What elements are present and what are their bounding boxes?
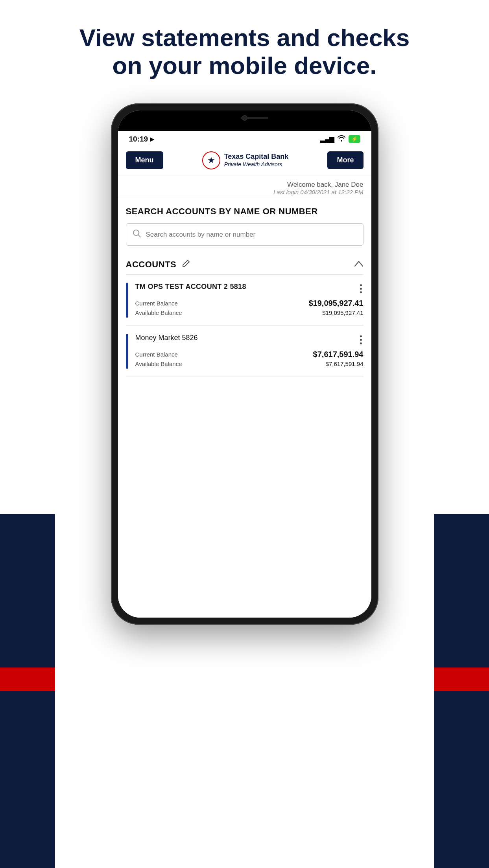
- app-content: Menu ★ Texas Capital Bank Private Wealth…: [118, 146, 371, 618]
- bg-left-panel: [0, 514, 55, 868]
- nav-bar: Menu ★ Texas Capital Bank Private Wealth…: [118, 146, 371, 175]
- bank-sub-name: Private Wealth Advisors: [224, 161, 289, 168]
- search-input[interactable]: [146, 231, 357, 239]
- account-name: TM OPS TEST ACCOUNT 2 5818: [135, 283, 358, 291]
- accounts-title: ACCOUNTS: [126, 259, 177, 270]
- status-bar: 10:19 ▶ ▂▄▆ ⚡: [118, 131, 371, 146]
- bank-name: Texas Capital Bank: [224, 153, 289, 161]
- bg-red-left: [0, 668, 55, 691]
- status-icons: ▂▄▆ ⚡: [320, 135, 360, 143]
- page-title: View statements and checks on your mobil…: [79, 24, 410, 80]
- status-time: 10:19 ▶: [129, 135, 155, 143]
- collapse-icon[interactable]: [354, 260, 364, 269]
- signal-icon: ▂▄▆: [320, 135, 334, 143]
- search-icon: [133, 229, 141, 240]
- account-item[interactable]: Money Market 5826 Current Balance $7,617…: [126, 326, 364, 377]
- welcome-section: Welcome back, Jane Doe Last login 04/30/…: [118, 175, 371, 198]
- available-balance-amount: $19,095,927.41: [322, 309, 363, 316]
- phone-mockup: 10:19 ▶ ▂▄▆ ⚡: [111, 103, 378, 625]
- account-info: Money Market 5826 Current Balance $7,617…: [135, 334, 364, 369]
- current-balance-label: Current Balance: [135, 351, 178, 358]
- account-options-button[interactable]: [358, 334, 364, 346]
- more-button[interactable]: More: [327, 151, 363, 169]
- account-item[interactable]: TM OPS TEST ACCOUNT 2 5818 Current Balan…: [126, 275, 364, 326]
- accounts-header: ACCOUNTS: [126, 252, 364, 275]
- svg-line-1: [138, 235, 140, 237]
- current-balance-amount: $7,617,591.94: [313, 350, 364, 359]
- current-balance-row: Current Balance $7,617,591.94: [135, 350, 364, 359]
- current-balance-row: Current Balance $19,095,927.41: [135, 299, 364, 308]
- notch-cutout: [205, 110, 284, 125]
- welcome-greeting: Welcome back, Jane Doe: [126, 181, 364, 189]
- last-login-text: Last login 04/30/2021 at 12:22 PM: [126, 189, 364, 195]
- logo-text: Texas Capital Bank Private Wealth Adviso…: [224, 153, 289, 167]
- logo-star-circle: ★: [202, 151, 220, 169]
- bg-right-panel: [434, 514, 489, 868]
- available-balance-amount: $7,617,591.94: [326, 360, 364, 367]
- available-balance-row: Available Balance $19,095,927.41: [135, 309, 364, 316]
- account-bar-indicator: [126, 283, 128, 318]
- account-name: Money Market 5826: [135, 334, 358, 342]
- time-display: 10:19: [129, 135, 148, 143]
- accounts-section: ACCOUNTS: [118, 252, 371, 377]
- account-name-row: TM OPS TEST ACCOUNT 2 5818: [135, 283, 364, 295]
- dot: [360, 284, 362, 286]
- current-balance-label: Current Balance: [135, 300, 178, 307]
- menu-button[interactable]: Menu: [126, 151, 163, 169]
- current-balance-amount: $19,095,927.41: [308, 299, 363, 308]
- dot: [360, 342, 362, 344]
- dot: [360, 291, 362, 293]
- star-icon: ★: [207, 155, 215, 166]
- bg-red-right: [434, 668, 489, 691]
- account-bar-indicator: [126, 334, 128, 369]
- search-heading: SEARCH ACCOUNTS BY NAME OR NUMBER: [126, 206, 364, 217]
- dot: [360, 335, 362, 337]
- search-section: SEARCH ACCOUNTS BY NAME OR NUMBER: [118, 198, 371, 252]
- edit-icon[interactable]: [182, 259, 190, 270]
- wifi-icon: [338, 135, 345, 143]
- phone-notch: [118, 110, 371, 131]
- account-options-button[interactable]: [358, 283, 364, 295]
- account-info: TM OPS TEST ACCOUNT 2 5818 Current Balan…: [135, 283, 364, 318]
- available-balance-label: Available Balance: [135, 309, 182, 316]
- accounts-header-left: ACCOUNTS: [126, 259, 191, 270]
- available-balance-row: Available Balance $7,617,591.94: [135, 360, 364, 367]
- bank-logo: ★ Texas Capital Bank Private Wealth Advi…: [202, 151, 289, 169]
- dot: [360, 339, 362, 341]
- available-balance-label: Available Balance: [135, 360, 182, 367]
- earpiece-speaker: [241, 117, 268, 119]
- battery-icon: ⚡: [349, 135, 360, 143]
- search-box[interactable]: [126, 223, 364, 246]
- location-icon: ▶: [150, 136, 154, 142]
- account-name-row: Money Market 5826: [135, 334, 364, 346]
- dot: [360, 288, 362, 290]
